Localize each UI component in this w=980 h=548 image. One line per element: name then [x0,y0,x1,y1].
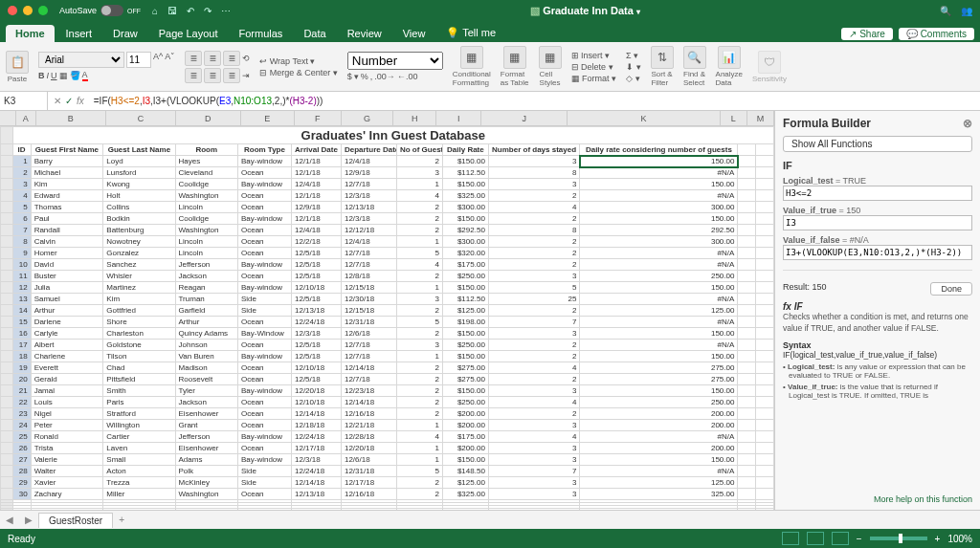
spreadsheet-grid[interactable]: ABCDEFGHIJKLM Graduates' Inn Guest Datab… [0,111,774,510]
cell[interactable]: 12/3/18 [341,213,396,225]
cell[interactable]: Bay-window [237,431,291,443]
cell[interactable]: 2 [396,271,442,282]
cell[interactable]: 150.00 [580,282,738,294]
cell[interactable]: Bay-Window [237,328,291,340]
cell[interactable]: Ronald [31,431,103,443]
cell[interactable]: Ocean [237,408,291,420]
cell[interactable]: 1 [396,420,442,431]
cell[interactable]: 12/9/18 [341,167,396,179]
cell[interactable]: Coolidge [175,213,237,225]
cell[interactable]: 1 [12,156,31,167]
cell[interactable] [756,317,774,328]
cell[interactable] [12,509,31,511]
cell[interactable]: 12/14/18 [291,408,341,420]
cell[interactable] [237,509,291,511]
cell[interactable]: Paul [31,213,103,225]
cell[interactable]: 12/1/18 [291,213,341,225]
cell[interactable]: 2 [396,374,442,385]
cell[interactable]: 3 [488,328,580,340]
cell[interactable]: 2 [396,362,442,374]
row-header[interactable] [1,167,13,179]
cell[interactable]: 12/8/18 [341,271,396,282]
cell[interactable]: 5 [12,202,31,213]
row-header[interactable] [1,374,13,385]
cell[interactable] [756,431,774,443]
table-header[interactable]: No of Guests [396,144,442,156]
cell[interactable]: Acton [103,466,175,477]
cell[interactable] [738,156,756,167]
cell[interactable]: Pittsfield [103,374,175,385]
cell[interactable]: David [31,259,103,271]
cell[interactable]: 2 [488,248,580,259]
cell[interactable]: 12/5/18 [291,351,341,362]
tab-formulas[interactable]: Formulas [230,25,293,42]
cell[interactable] [396,509,442,511]
cell[interactable] [756,294,774,305]
cell[interactable] [738,202,756,213]
column-header-H[interactable]: H [393,111,436,125]
cell[interactable]: Goldstone [103,340,175,351]
cell[interactable]: Washington [175,489,237,500]
cell[interactable]: 2 [12,167,31,179]
row-header[interactable] [1,420,13,431]
cell[interactable]: Arthur [175,317,237,328]
cell[interactable] [738,509,756,511]
cell[interactable]: 4 [488,431,580,443]
row-header[interactable] [1,190,13,202]
cell[interactable]: Louis [31,397,103,408]
cell[interactable] [738,271,756,282]
cell[interactable]: 8 [488,225,580,236]
cell[interactable]: Samuel [31,294,103,305]
cell[interactable]: 12/14/18 [291,477,341,489]
cell[interactable]: 150.00 [580,179,738,190]
cell[interactable] [756,271,774,282]
cell[interactable]: Walter [31,466,103,477]
cell[interactable]: #N/A [580,317,738,328]
cell[interactable]: 28 [12,466,31,477]
cell[interactable]: 12/9/18 [291,202,341,213]
cell[interactable]: Albert [31,340,103,351]
cell[interactable]: Gonzalez [103,248,175,259]
normal-view-icon[interactable] [782,532,799,545]
cell[interactable]: 12/15/18 [341,305,396,317]
align-middle-icon[interactable]: ≡ [204,51,221,66]
cell[interactable]: $148.50 [442,466,488,477]
cell[interactable] [738,213,756,225]
cell[interactable]: 12/24/18 [291,431,341,443]
cell[interactable]: 12/2/18 [291,236,341,248]
cell[interactable]: 12/5/18 [291,340,341,351]
cell[interactable]: 3 [396,167,442,179]
cell[interactable]: 12/24/18 [291,466,341,477]
cell[interactable]: Lunsford [103,167,175,179]
cell[interactable] [738,374,756,385]
row-header[interactable] [1,509,13,511]
border-icon[interactable]: ▦ [59,71,68,80]
row-header[interactable] [1,305,13,317]
zoom-out-icon[interactable]: − [857,534,862,544]
cell[interactable]: 2 [396,156,442,167]
cell[interactable] [442,509,488,511]
cell[interactable]: Cartier [103,431,175,443]
cell[interactable]: Charlene [31,351,103,362]
cell[interactable]: 19 [12,362,31,374]
cell[interactable]: #N/A [580,190,738,202]
cell[interactable]: 12/20/18 [291,385,341,397]
cell[interactable]: 2 [396,305,442,317]
cell[interactable]: 4 [12,190,31,202]
cell[interactable] [756,190,774,202]
cell[interactable]: Reagan [175,282,237,294]
cell[interactable]: 2 [488,340,580,351]
add-sheet-button[interactable]: + [113,513,130,527]
column-header-L[interactable]: L [721,111,747,125]
cell[interactable]: Jamal [31,385,103,397]
cell[interactable]: 12/31/18 [341,466,396,477]
cell[interactable]: Whisler [103,271,175,282]
format-as-table-icon[interactable]: ▦ [503,46,526,69]
cell[interactable]: Ocean [237,443,291,454]
cell[interactable]: Lincoln [175,202,237,213]
cell[interactable]: Nowotney [103,236,175,248]
cell[interactable]: 12/16/18 [341,408,396,420]
cell[interactable] [738,340,756,351]
cell[interactable]: Gerald [31,374,103,385]
sheet-nav-prev-icon[interactable]: ◀ [0,515,19,525]
